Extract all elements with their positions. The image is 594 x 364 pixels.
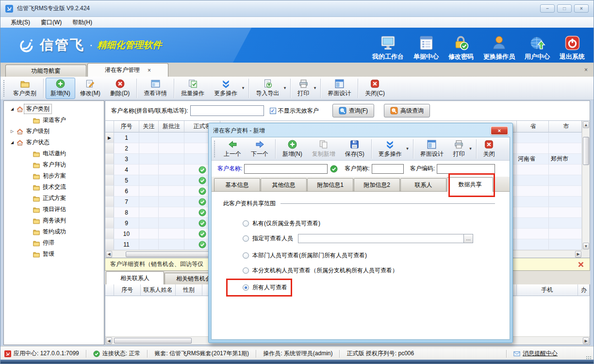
dialog-title-bar[interactable]: 潜在客户资料 - 新增 × (211, 124, 510, 137)
tree-node[interactable]: 签约成功 (4, 226, 104, 237)
toolbar-button-close-red[interactable]: 关闭 (478, 138, 500, 160)
radio-option[interactable]: 本分支机构人员可查看（所属分支机构所有人员可查看） (243, 266, 498, 275)
scroll-right-icon[interactable]: ▶ (583, 337, 589, 344)
status-item[interactable]: 消息提醒中心 (513, 349, 558, 358)
detail-tab[interactable]: 相关联系人 (106, 271, 164, 284)
customer-code-input[interactable] (437, 164, 495, 174)
tree-node[interactable]: 渠道客户 (4, 115, 104, 126)
menu-item-0[interactable]: 系统(S) (5, 17, 35, 28)
advanced-query-button[interactable]: 高级查询 (384, 104, 430, 117)
tree-folder-icon (32, 240, 41, 247)
scroll-up-icon[interactable]: ▲ (583, 121, 589, 128)
radio-option[interactable]: 指定可查看人员 … (243, 234, 498, 243)
radio-unselected-icon[interactable] (243, 235, 249, 242)
toolbar-button-edit[interactable]: 修改(M) (75, 78, 105, 99)
minimize-button[interactable]: – (540, 4, 555, 13)
maximize-button[interactable]: □ (557, 4, 572, 13)
dialog-tab-数据共享[interactable]: 数据共享 (447, 177, 493, 192)
checkbox-label: 不显示无效客户 (278, 107, 319, 115)
query-button[interactable]: 查询(F) (332, 104, 374, 117)
tree-node[interactable]: 客户拜访 (4, 159, 104, 170)
tree-expander-collapsed-icon[interactable]: ▷ (9, 129, 16, 133)
toolbar-button-add[interactable]: 新增(N) (46, 78, 75, 99)
toolbar-button-save[interactable]: 保存(S) (340, 138, 369, 160)
dialog-tab-联系人[interactable]: 联系人 (400, 178, 446, 191)
toolbar-button-design[interactable]: 界面设计 (323, 78, 356, 99)
banner-action-documents[interactable]: 单据中心 (409, 32, 444, 61)
tabstrip-close-icon[interactable]: × (582, 66, 590, 74)
dialog-tab-基本信息[interactable]: 基本信息 (214, 178, 260, 191)
allowed-users-input[interactable] (298, 234, 464, 243)
customer-short-input[interactable] (372, 164, 404, 174)
toolbar-grip[interactable] (213, 140, 216, 158)
scroll-right-icon[interactable]: ▶ (575, 251, 581, 258)
radio-selected-icon[interactable] (243, 284, 249, 291)
scroll-thumb[interactable] (583, 137, 589, 165)
tree-node[interactable]: ▷ 客户级别 (4, 126, 104, 137)
tree-node[interactable]: 正式方案 (4, 193, 104, 204)
tree-expander-expanded-icon[interactable]: ◢ (9, 140, 16, 145)
banner-action-switch-operator[interactable]: 更换操作员 (478, 32, 520, 61)
toolbar-button-details[interactable]: 查看详情 (139, 78, 172, 99)
banner-action-change-password[interactable]: 修改密码 (444, 32, 478, 61)
radio-unselected-icon[interactable] (243, 252, 249, 259)
radio-option[interactable]: 私有(仅所属业务员可查看) (243, 219, 498, 228)
scroll-left-icon[interactable]: ◀ (106, 337, 112, 344)
customer-search-input[interactable] (190, 105, 264, 116)
toolbar-button-print[interactable]: 打印 (293, 78, 318, 99)
tree-node[interactable]: 暂缓 (4, 248, 104, 260)
toolbar-button-batch[interactable]: 批量操作 (176, 78, 209, 99)
radio-unselected-icon[interactable] (243, 267, 249, 274)
toolbar-button-more-actions[interactable]: 更多操作 (209, 78, 247, 99)
scroll-down-icon[interactable]: ▼ (583, 243, 589, 249)
tree-expander-expanded-icon[interactable]: ◢ (9, 107, 16, 111)
toolbar-button-close-red[interactable]: 关闭(C) (360, 78, 390, 99)
banner-action-user-center[interactable]: 用户中心 (520, 32, 555, 61)
share-scope-options: 私有(仅所属业务员可查看) 指定可查看人员 … 本部门人员可查看(所属部门所有人… (223, 219, 498, 292)
tree-node[interactable]: 初步方案 (4, 170, 104, 182)
customer-name-input[interactable] (244, 164, 328, 174)
toolbar-button-prev[interactable]: 上一个 (219, 138, 246, 160)
tree-node[interactable]: 电话邀约 (4, 148, 104, 159)
toolbar-button-folder[interactable]: 客户类别 (8, 78, 41, 99)
detail-close-icon[interactable] (577, 261, 585, 268)
radio-option[interactable]: 所有人可查看 (243, 283, 498, 292)
toolbar-grip[interactable] (2, 79, 5, 98)
toolbar-button-copy[interactable]: 复制新增 (307, 138, 340, 160)
tree-node[interactable]: 技术交流 (4, 182, 104, 193)
radio-option[interactable]: 本部门人员可查看(所属部门所有人员可查看) (243, 251, 498, 260)
tab-close-icon[interactable]: × (148, 67, 151, 74)
hide-invalid-checkbox[interactable]: ✓ 不显示无效客户 (270, 107, 319, 115)
dialog-tab-附加信息2[interactable]: 附加信息2 (354, 178, 400, 191)
scroll-left-icon[interactable]: ◀ (106, 251, 112, 258)
toolbar-button-add[interactable]: 新增(N) (278, 138, 307, 160)
toolbar-button-import-export[interactable]: 导入导出 (251, 78, 288, 99)
toolbar-button-next[interactable]: 下一个 (246, 138, 273, 160)
tree-node[interactable]: 停滞 (4, 237, 104, 248)
dialog-close-button[interactable]: × (491, 126, 508, 135)
doc-tab[interactable]: 功能导航窗 (5, 65, 86, 77)
tree-node[interactable]: ◢ 客户类别 (4, 103, 104, 115)
toolbar-button-more-actions[interactable]: 更多操作 (374, 138, 411, 160)
tree-node[interactable]: 商务谈判 (4, 215, 104, 226)
tree-node[interactable]: 项目评估 (4, 204, 104, 215)
doc-tab[interactable]: 潜在客户管理 × (87, 63, 168, 77)
toolbar-button-print[interactable]: 打印 (448, 138, 474, 160)
close-button[interactable]: × (574, 4, 589, 13)
dialog-tab-其他信息[interactable]: 其他信息 (261, 178, 307, 191)
status-item: 账套: 信管飞RMS账套(2017年第1期) (154, 349, 249, 358)
ellipsis-button[interactable]: … (464, 234, 473, 243)
radio-unselected-icon[interactable] (243, 220, 249, 227)
dialog-tab-附加信息1[interactable]: 附加信息1 (307, 178, 353, 191)
search-blue-icon (339, 107, 346, 115)
banner-action-exit[interactable]: 退出系统 (555, 32, 590, 61)
print-icon (299, 79, 308, 88)
toolbar-button-delete[interactable]: 删除(D) (105, 78, 135, 99)
menu-item-2[interactable]: 帮助(H) (67, 17, 98, 28)
banner-action-workstation[interactable]: 我的工作台 (367, 32, 409, 61)
menu-item-1[interactable]: 窗口(W) (35, 17, 67, 28)
scroll-thumb[interactable] (114, 338, 192, 344)
vertical-scrollbar[interactable]: ▲ ▼ (582, 121, 590, 250)
tree-node[interactable]: ◢ 客户状态 (4, 137, 104, 148)
toolbar-button-design[interactable]: 界面设计 (415, 138, 448, 160)
